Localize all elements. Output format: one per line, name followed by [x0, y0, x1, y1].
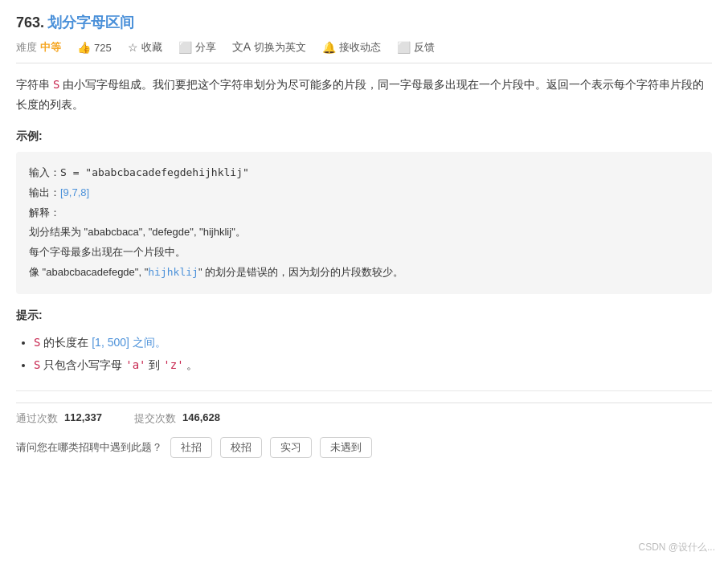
- explain-line3: 像 "ababcbacadefegde", "hijhklij" 的划分是错误的…: [29, 263, 699, 283]
- pass-count-item: 通过次数 112,337: [16, 411, 102, 426]
- recruitment-question: 请问您在哪类招聘中遇到此题？: [16, 440, 162, 455]
- notify-button[interactable]: 🔔 接收动态: [322, 40, 381, 55]
- translate-button[interactable]: 文A 切换为英文: [232, 40, 306, 55]
- tag-not-encountered[interactable]: 未遇到: [320, 437, 372, 458]
- hints-section: 提示: S 的长度在 [1, 500] 之间。 S 只包含小写字母 'a' 到 …: [16, 309, 712, 376]
- submit-count-item: 提交次数 146,628: [134, 411, 220, 426]
- output-value: [9,7,8]: [60, 186, 89, 198]
- example-input-line: 输入：S = "ababcbacadefegdehijhklij": [29, 163, 699, 183]
- share-label: 分享: [195, 40, 216, 55]
- example-section-title: 示例:: [16, 129, 712, 144]
- feedback-button[interactable]: ⬜ 反馈: [397, 40, 435, 55]
- tag-internship[interactable]: 实习: [270, 437, 312, 458]
- like-button[interactable]: 👍 725: [77, 41, 112, 54]
- watermark: CSDN @设什么...: [638, 541, 715, 554]
- hint-item-2: S 只包含小写字母 'a' 到 'z' 。: [34, 354, 712, 376]
- explain-code-blue: hijhklij: [148, 266, 198, 278]
- share-button[interactable]: ⬜ 分享: [178, 40, 216, 55]
- translate-icon: 文A: [232, 40, 251, 55]
- feedback-icon: ⬜: [397, 41, 411, 54]
- hints-title: 提示:: [16, 309, 712, 323]
- notify-label: 接收动态: [339, 40, 381, 55]
- submit-value: 146,628: [182, 411, 220, 426]
- problem-description: 字符串 S 由小写字母组成。我们要把这个字符串划分为尽可能多的片段，同一字母最多…: [16, 75, 712, 115]
- stats-divider: [16, 390, 712, 391]
- explain-label: 解释：: [29, 206, 60, 219]
- desc-inline-code: S: [53, 78, 59, 91]
- translate-label: 切换为英文: [254, 40, 306, 55]
- like-count: 725: [94, 42, 112, 54]
- explain-line1: 划分结果为 "ababcbaca", "defegde", "hijhklij"…: [29, 223, 699, 243]
- like-icon: 👍: [77, 41, 91, 54]
- collect-button[interactable]: ☆ 收藏: [128, 40, 162, 55]
- explain-line2: 每个字母最多出现在一个片段中。: [29, 243, 699, 263]
- stats-row: 通过次数 112,337 提交次数 146,628: [16, 403, 712, 426]
- star-icon: ☆: [128, 41, 138, 54]
- difficulty-label: 难度: [16, 40, 37, 55]
- recruitment-row: 请问您在哪类招聘中遇到此题？ 社招 校招 实习 未遇到: [16, 437, 712, 458]
- pass-label: 通过次数: [16, 411, 58, 426]
- output-label: 输出：: [29, 186, 60, 198]
- hint-item-1: S 的长度在 [1, 500] 之间。: [34, 331, 712, 354]
- toolbar: 难度 中等 👍 725 ☆ 收藏 ⬜ 分享 文A 切换为英文 🔔 接收动态 ⬜ …: [16, 40, 712, 63]
- submit-label: 提交次数: [134, 411, 176, 426]
- example-output-line: 输出：[9,7,8]: [29, 183, 699, 203]
- example-box: 输入：S = "ababcbacadefegdehijhklij" 输出：[9,…: [16, 152, 712, 293]
- input-value: S = "ababcbacadefegdehijhklij": [60, 166, 249, 178]
- main-container: 763. 划分字母区间 难度 中等 👍 725 ☆ 收藏 ⬜ 分享 文A 切换为…: [0, 0, 728, 482]
- feedback-label: 反馈: [414, 40, 435, 55]
- share-icon: ⬜: [178, 41, 192, 54]
- tag-campus[interactable]: 校招: [220, 437, 262, 458]
- example-explain-title: 解释：: [29, 203, 699, 223]
- difficulty-item: 难度 中等: [16, 40, 61, 55]
- collect-label: 收藏: [141, 40, 162, 55]
- tag-social[interactable]: 社招: [170, 437, 212, 458]
- bell-icon: 🔔: [322, 41, 336, 54]
- input-label: 输入：: [29, 166, 60, 178]
- difficulty-value: 中等: [40, 40, 61, 55]
- hints-list: S 的长度在 [1, 500] 之间。 S 只包含小写字母 'a' 到 'z' …: [16, 331, 712, 376]
- title-row: 763. 划分字母区间: [16, 13, 712, 32]
- problem-title: 划分字母区间: [47, 13, 134, 32]
- pass-value: 112,337: [64, 411, 102, 426]
- problem-number: 763.: [16, 14, 44, 31]
